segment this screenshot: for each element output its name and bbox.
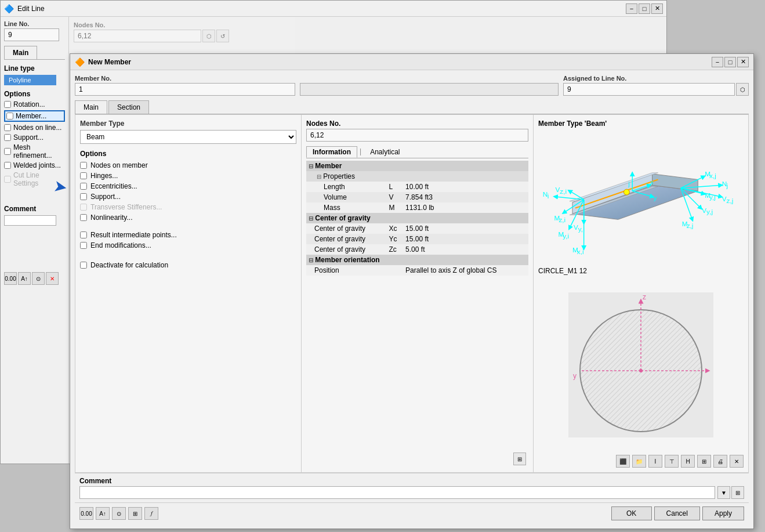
- hinges-label: Hinges...: [90, 172, 118, 180]
- option-nodes-on-line[interactable]: Nodes on line...: [4, 124, 65, 132]
- ok-button[interactable]: OK: [611, 506, 652, 520]
- sidebar-comment-section: Comment: [4, 205, 65, 226]
- toolbar-icon-3[interactable]: ⊙: [32, 272, 45, 285]
- rp-icon-2[interactable]: 📁: [632, 455, 646, 468]
- nonlinearity-cb[interactable]: [80, 214, 87, 221]
- member-checkbox[interactable]: [6, 113, 13, 120]
- option-rotation[interactable]: Rotation...: [4, 100, 65, 108]
- tree-position: Position Parallel to axis Z of global CS: [306, 265, 528, 276]
- svg-text:V: V: [702, 207, 706, 215]
- toolbar-icon-2[interactable]: A↑: [18, 272, 31, 285]
- toolbar-icon-1[interactable]: 0.00: [4, 272, 17, 285]
- assigned-input[interactable]: [563, 83, 735, 96]
- footer-icon-5[interactable]: 𝑓: [144, 507, 158, 520]
- opt-eccentricities[interactable]: Eccentricities...: [80, 182, 296, 190]
- eccentricities-cb[interactable]: [80, 183, 87, 190]
- member-label: Member...: [16, 112, 46, 120]
- maximize-button[interactable]: □: [639, 3, 650, 14]
- rp-icon-1[interactable]: ⬛: [616, 455, 630, 468]
- comment-input[interactable]: [4, 215, 56, 226]
- mesh-checkbox[interactable]: [4, 148, 11, 155]
- mass-val: 1131.0 lb: [403, 202, 528, 213]
- opt-hinges[interactable]: Hinges...: [80, 172, 296, 180]
- rp-icon-4[interactable]: ⊤: [665, 455, 679, 468]
- dialog-comment-input[interactable]: [79, 486, 715, 499]
- result-points-cb[interactable]: [80, 231, 87, 238]
- edit-line-titlebar: 🔷 Edit Line − □ ✕: [1, 1, 666, 17]
- opt-nodes-on-member[interactable]: Nodes on member: [80, 161, 296, 169]
- welded-checkbox[interactable]: [4, 162, 11, 169]
- nodes-icon-1[interactable]: ⬡: [202, 30, 215, 42]
- nodes-no-input[interactable]: [306, 129, 528, 142]
- dialog-maximize[interactable]: □: [724, 57, 736, 67]
- cancel-button[interactable]: Cancel: [654, 506, 700, 520]
- option-support[interactable]: Support...: [4, 133, 65, 142]
- comment-dropdown[interactable]: ▼: [717, 486, 730, 499]
- tree-member-header: ⊟ Member: [306, 161, 528, 171]
- rp-icon-3[interactable]: I: [648, 455, 662, 468]
- opt-nonlinearity[interactable]: Nonlinearity...: [80, 213, 296, 222]
- assigned-icon[interactable]: ⬡: [736, 83, 749, 96]
- opt-support[interactable]: Support...: [80, 193, 296, 201]
- svg-text:V: V: [574, 223, 578, 231]
- member-tree-label: Member: [315, 162, 342, 170]
- support-checkbox[interactable]: [4, 134, 11, 141]
- collapse-orientation[interactable]: ⊟: [309, 257, 313, 263]
- rotation-checkbox[interactable]: [4, 101, 11, 108]
- tab-main[interactable]: Main: [4, 46, 37, 59]
- tab-section[interactable]: Section: [108, 100, 149, 114]
- rp-icon-6[interactable]: ⊞: [697, 455, 711, 468]
- dialog-close[interactable]: ✕: [737, 57, 749, 67]
- apply-button[interactable]: Apply: [702, 506, 744, 520]
- toolbar-icon-4[interactable]: ✕: [46, 272, 59, 285]
- comment-action[interactable]: ⊞: [731, 486, 744, 499]
- close-button[interactable]: ✕: [651, 3, 663, 14]
- dialog-controls[interactable]: − □ ✕: [712, 57, 749, 67]
- support-cb[interactable]: [80, 193, 87, 200]
- opt-result-points[interactable]: Result intermediate points...: [80, 231, 296, 239]
- svg-text:j: j: [628, 180, 630, 188]
- minimize-button[interactable]: −: [626, 3, 637, 14]
- end-modifications-cb[interactable]: [80, 242, 87, 249]
- dialog-comment-label: Comment: [79, 477, 744, 485]
- collapse-cog[interactable]: ⊟: [309, 215, 313, 222]
- rp-icon-8[interactable]: ✕: [730, 455, 744, 468]
- option-mesh[interactable]: Mesh refinement...: [4, 143, 65, 160]
- edit-line-controls[interactable]: − □ ✕: [626, 3, 663, 14]
- info-tab-analytical[interactable]: Analytical: [364, 146, 406, 158]
- length-sym: L: [386, 182, 403, 192]
- member-type-select[interactable]: Beam Truss Rigid Coupling Spring Result …: [80, 130, 296, 144]
- option-welded[interactable]: Welded joints...: [4, 161, 65, 169]
- cut-line-checkbox: [4, 176, 11, 183]
- nodes-icon-2[interactable]: ↺: [216, 30, 229, 42]
- beam-diagram: Mz,i Vy,i Vz,i My,i Ni: [538, 130, 744, 263]
- comment-icons: ▼ ⊞: [717, 486, 744, 499]
- footer-icon-2[interactable]: A↑: [96, 507, 110, 520]
- nodes-on-member-cb[interactable]: [80, 162, 87, 169]
- tab-main[interactable]: Main: [75, 100, 107, 114]
- line-no-input[interactable]: [4, 28, 59, 41]
- footer-icon-3[interactable]: ⊙: [112, 507, 126, 520]
- rp-icon-7[interactable]: 🖨: [713, 455, 727, 468]
- middle-input[interactable]: [300, 83, 559, 96]
- line-no-label: Line No.: [4, 20, 65, 27]
- nodes-no-input[interactable]: [74, 30, 201, 42]
- info-tab-information[interactable]: Information: [306, 146, 357, 158]
- collapse-member[interactable]: ⊟: [309, 163, 313, 169]
- footer-icon-4[interactable]: ⊞: [128, 507, 142, 520]
- member-no-input[interactable]: [75, 83, 295, 96]
- opt-end-modifications[interactable]: End modifications...: [80, 241, 296, 249]
- left-panel: Member Type Beam Truss Rigid Coupling Sp…: [75, 115, 302, 472]
- footer-icon-1[interactable]: 0.00: [79, 507, 93, 520]
- collapse-properties[interactable]: ⊟: [317, 173, 321, 180]
- deactivate-cb[interactable]: [80, 262, 87, 269]
- dialog-minimize[interactable]: −: [712, 57, 723, 67]
- nodes-on-line-checkbox[interactable]: [4, 124, 11, 131]
- svg-text:z: z: [643, 293, 646, 301]
- option-member[interactable]: Member...: [4, 110, 65, 122]
- opt-deactivate[interactable]: Deactivate for calculation: [80, 261, 296, 269]
- svg-text:z,j: z,j: [687, 222, 694, 230]
- hinges-cb[interactable]: [80, 172, 87, 179]
- grid-icon[interactable]: ⊞: [513, 453, 526, 465]
- rp-icon-5[interactable]: H: [681, 455, 695, 468]
